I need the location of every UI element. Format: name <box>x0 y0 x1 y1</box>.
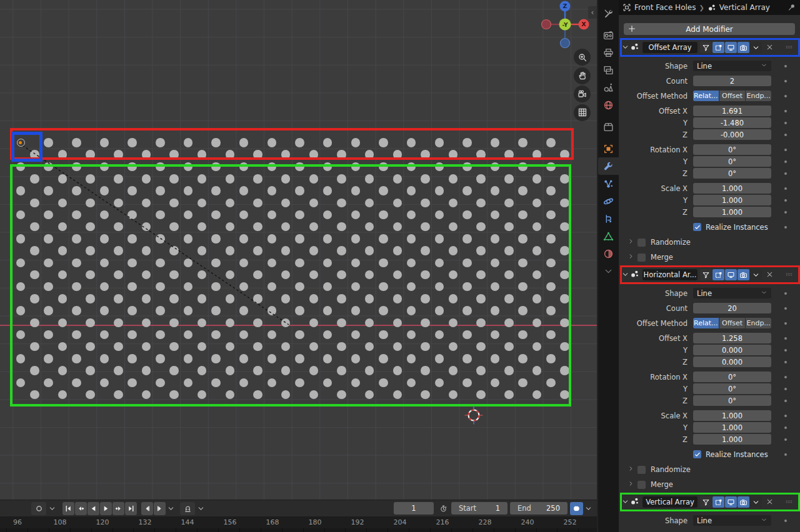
segment-relat[interactable]: Relat... <box>693 91 719 101</box>
modifier-header-1[interactable]: Offset Array <box>619 40 800 55</box>
merge-panel-header[interactable]: Merge <box>628 252 800 262</box>
stopwatch-icon[interactable] <box>438 502 449 515</box>
tab-object[interactable] <box>598 140 619 157</box>
tab-view-layer[interactable] <box>598 61 619 79</box>
toggle-grid-button[interactable] <box>574 104 591 121</box>
merge-checkbox[interactable] <box>638 254 646 262</box>
value-field[interactable]: 1.000 <box>693 195 771 205</box>
show-on-cage-toggle[interactable] <box>700 496 712 508</box>
tab-material[interactable] <box>598 245 619 262</box>
tab-constraints[interactable] <box>598 210 619 227</box>
delete-modifier-button[interactable] <box>766 42 776 54</box>
breadcrumb-modifier[interactable]: Vertical Array <box>719 3 770 12</box>
tab-tool[interactable] <box>598 4 619 22</box>
realize-instances-checkbox[interactable] <box>693 450 701 458</box>
value-field[interactable]: 1.258 <box>693 333 771 343</box>
animate-decorator[interactable] <box>784 322 787 325</box>
show-in-viewport-toggle[interactable] <box>725 269 737 280</box>
merge-checkbox[interactable] <box>638 481 646 489</box>
animate-decorator[interactable] <box>784 361 787 363</box>
merge-panel-header[interactable]: Merge <box>628 480 800 490</box>
value-field[interactable]: 0° <box>693 372 771 382</box>
timeline-ruler[interactable]: 9610812013214415616818019220421622824025… <box>0 516 597 532</box>
play-reverse-button[interactable] <box>88 502 99 515</box>
snap-options[interactable] <box>196 502 206 515</box>
show-in-edit-mode-toggle[interactable] <box>712 42 724 53</box>
animate-decorator[interactable] <box>784 453 787 456</box>
expand-chevron-icon[interactable] <box>621 496 630 508</box>
show-in-render-toggle[interactable] <box>738 496 749 508</box>
viewport-3d[interactable]: Z X -Y ‹ <box>0 0 597 500</box>
tab-modifiers[interactable] <box>598 157 619 175</box>
modifier-extras-dropdown[interactable] <box>750 496 762 508</box>
tab-object-data[interactable] <box>598 227 619 245</box>
animate-decorator[interactable] <box>784 349 787 352</box>
shape-dropdown[interactable]: Line <box>693 61 771 71</box>
randomize-panel-header[interactable]: Randomize <box>628 237 800 247</box>
tab-output[interactable] <box>598 44 619 61</box>
animate-decorator[interactable] <box>784 122 787 124</box>
expand-chevron-icon[interactable] <box>621 269 630 281</box>
drag-handle-icon[interactable] <box>785 269 796 281</box>
show-in-edit-mode-toggle[interactable] <box>712 496 724 508</box>
animate-decorator[interactable] <box>784 292 787 295</box>
frame-back-button[interactable] <box>141 502 153 515</box>
modifier-extras-dropdown[interactable] <box>750 269 762 280</box>
playback-sync-toggle[interactable] <box>570 502 583 515</box>
tab-physics[interactable] <box>598 192 619 210</box>
count-field[interactable]: 2 <box>693 76 771 86</box>
value-field[interactable]: 1.000 <box>693 183 771 194</box>
animate-decorator[interactable] <box>784 65 787 67</box>
segment-endp[interactable]: Endp... <box>746 91 771 101</box>
tab-render[interactable] <box>598 26 619 44</box>
realize-instances-checkbox[interactable] <box>693 223 701 231</box>
value-field[interactable]: 0.000 <box>693 345 771 355</box>
animate-decorator[interactable] <box>784 134 787 136</box>
modifier-name-field[interactable]: Offset Array <box>642 42 698 53</box>
jump-to-end-button[interactable] <box>125 502 137 515</box>
snap-toggle[interactable] <box>180 502 195 515</box>
value-field[interactable]: 1.000 <box>693 434 771 445</box>
modifier-name-field[interactable]: Horizontal Ar... <box>642 269 698 280</box>
animate-decorator[interactable] <box>784 199 787 202</box>
previous-keyframe-button[interactable] <box>75 502 87 515</box>
animate-decorator[interactable] <box>784 520 787 522</box>
modifier-header-3[interactable]: Vertical Array <box>619 495 800 510</box>
modifier-name-field[interactable]: Vertical Array <box>642 496 698 508</box>
zoom-button[interactable] <box>574 49 591 66</box>
show-in-render-toggle[interactable] <box>738 269 749 280</box>
animate-decorator[interactable] <box>784 149 787 151</box>
jump-to-start-button[interactable] <box>62 502 74 515</box>
tab-overflow-chevron[interactable] <box>598 262 619 280</box>
randomize-checkbox[interactable] <box>638 239 646 247</box>
value-field[interactable]: -1.480 <box>693 117 771 128</box>
shape-dropdown[interactable]: Line <box>693 288 771 298</box>
add-modifier-button[interactable]: Add Modifier <box>624 23 795 35</box>
value-field[interactable]: 1.000 <box>693 207 771 217</box>
animate-decorator[interactable] <box>784 80 787 82</box>
tab-world[interactable] <box>598 96 619 114</box>
next-keyframe-button[interactable] <box>112 502 124 515</box>
pan-button[interactable] <box>574 67 591 84</box>
animate-decorator[interactable] <box>784 172 787 175</box>
animate-decorator[interactable] <box>784 400 787 402</box>
value-field[interactable]: 0° <box>693 395 771 406</box>
segment-relat[interactable]: Relat... <box>693 318 719 328</box>
camera-view-button[interactable] <box>574 86 591 102</box>
animate-decorator[interactable] <box>784 307 787 310</box>
value-field[interactable]: 1.000 <box>693 422 771 433</box>
animate-decorator[interactable] <box>784 226 787 229</box>
value-field[interactable]: 1.691 <box>693 106 771 116</box>
animate-decorator[interactable] <box>784 388 787 390</box>
value-field[interactable]: 0° <box>693 156 771 167</box>
tab-collection[interactable] <box>598 118 619 135</box>
animate-decorator[interactable] <box>784 160 787 163</box>
value-field[interactable]: 0° <box>693 383 771 394</box>
animate-decorator[interactable] <box>784 415 787 417</box>
randomize-panel-header[interactable]: Randomize <box>628 465 800 475</box>
end-frame-field[interactable]: End250 <box>510 502 568 515</box>
current-frame-field[interactable]: 1 <box>394 502 434 515</box>
animate-decorator[interactable] <box>784 337 787 340</box>
play-button[interactable] <box>100 502 112 515</box>
animate-decorator[interactable] <box>784 426 787 429</box>
